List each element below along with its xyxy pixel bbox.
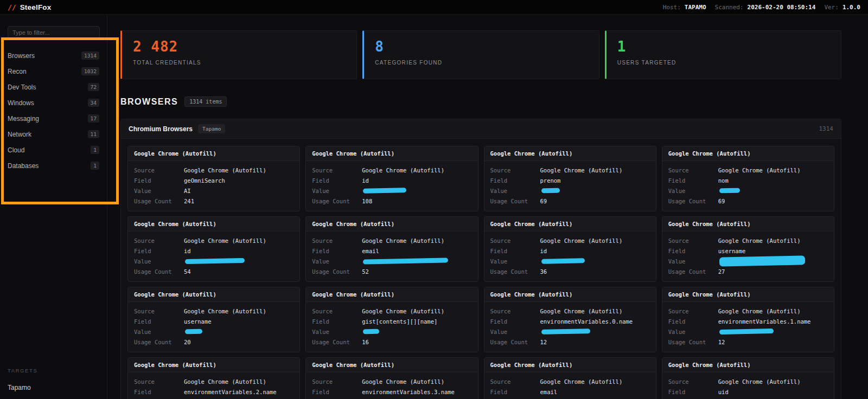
sidebar-item-count-badge: 72	[88, 83, 99, 91]
credential-card[interactable]: Google Chrome (Autofill) Source Google C…	[127, 216, 300, 282]
value-label: Value	[490, 188, 540, 194]
source-label: Source	[490, 308, 540, 314]
usage-row: Usage Count 12	[490, 337, 650, 347]
meta-value: 2026-02-20 08:50:14	[748, 4, 816, 11]
group-count: 1314	[819, 125, 834, 132]
source-row: Source Google Chrome (Autofill)	[312, 235, 471, 246]
source-value: Google Chrome (Autofill)	[540, 237, 623, 244]
credential-card[interactable]: Google Chrome (Autofill) Source Google C…	[662, 287, 834, 352]
field-value: id	[362, 177, 369, 184]
group-header[interactable]: Chromium Browsers Tapamo 1314	[121, 119, 841, 139]
value-row: Value	[490, 185, 650, 196]
credential-card[interactable]: Google Chrome (Autofill) Source Google C…	[305, 146, 478, 211]
value-row: Value	[668, 326, 828, 337]
usage-row: Usage Count 69	[668, 196, 828, 206]
stat-card: 2 482 TOTAL CREDENTIALS	[120, 30, 357, 79]
field-row: Field environmentVariables.2.name	[134, 387, 293, 397]
usage-row: Usage Count 16	[312, 337, 471, 347]
credential-card-title: Google Chrome (Autofill)	[484, 146, 656, 161]
redaction-scribble	[541, 258, 584, 264]
credential-card[interactable]: Google Chrome (Autofill) Source Google C…	[305, 357, 478, 399]
usage-label: Usage Count	[490, 268, 540, 275]
field-row: Field id	[312, 175, 471, 185]
sidebar-item-count-badge: 1	[91, 162, 99, 170]
credential-card[interactable]: Google Chrome (Autofill) Source Google C…	[484, 287, 656, 352]
usage-row: Usage Count 52	[312, 266, 471, 276]
credential-card[interactable]: Google Chrome (Autofill) Source Google C…	[662, 357, 834, 399]
field-row: Field email	[490, 387, 650, 397]
source-value: Google Chrome (Autofill)	[362, 237, 444, 244]
credential-card[interactable]: Google Chrome (Autofill) Source Google C…	[127, 146, 300, 211]
target-item[interactable]: Tapamo	[8, 381, 99, 395]
sidebar-item[interactable]: Databases 1	[0, 158, 107, 173]
credential-card-title: Google Chrome (Autofill)	[128, 358, 299, 372]
credential-card-title: Google Chrome (Autofill)	[128, 287, 299, 302]
meta-value: 1.0.0	[843, 4, 860, 11]
usage-label: Usage Count	[134, 198, 184, 204]
sidebar-item[interactable]: Cloud 1	[0, 142, 107, 158]
main-content: 2 482 TOTAL CREDENTIALS 8 CATEGORIES FOU…	[107, 15, 868, 399]
source-row: Source Google Chrome (Autofill)	[134, 235, 293, 246]
field-value: email	[362, 248, 379, 254]
credential-card[interactable]: Google Chrome (Autofill) Source Google C…	[305, 216, 478, 282]
source-label: Source	[134, 378, 184, 385]
credential-card[interactable]: Google Chrome (Autofill) Source Google C…	[484, 357, 656, 399]
redaction-scribble	[719, 329, 774, 334]
field-row: Field email	[312, 246, 471, 256]
usage-row: Usage Count 36	[490, 266, 650, 276]
usage-label: Usage Count	[490, 339, 540, 345]
source-value: Google Chrome (Autofill)	[540, 167, 623, 173]
value-label: Value	[668, 329, 718, 335]
source-label: Source	[490, 237, 540, 244]
source-value: Google Chrome (Autofill)	[718, 378, 801, 385]
sidebar-item[interactable]: Windows 34	[0, 95, 107, 111]
items-count-badge: 1314 items	[184, 96, 227, 107]
source-value: Google Chrome (Autofill)	[184, 378, 266, 385]
field-row: Field gist[contents][][name]	[312, 316, 471, 326]
credential-card[interactable]: Google Chrome (Autofill) Source Google C…	[484, 216, 656, 282]
field-value: id	[184, 248, 191, 254]
credential-card[interactable]: Google Chrome (Autofill) Source Google C…	[305, 287, 478, 352]
usage-label: Usage Count	[490, 198, 540, 204]
usage-value: 54	[184, 268, 191, 275]
sidebar-item[interactable]: Messaging 17	[0, 111, 107, 126]
value-row: Value	[312, 185, 471, 196]
sidebar-item[interactable]: Browsers 1314	[0, 48, 107, 63]
field-value: nom	[718, 177, 729, 184]
redaction-scribble	[363, 188, 406, 194]
credential-card[interactable]: Google Chrome (Autofill) Source Google C…	[127, 287, 300, 352]
usage-label: Usage Count	[312, 339, 362, 345]
page-title: BROWSERS	[120, 97, 178, 107]
sidebar-item-count-badge: 11	[88, 130, 99, 138]
field-label: Field	[490, 389, 540, 395]
filter-input[interactable]	[8, 26, 100, 38]
value-label: Value	[312, 258, 362, 265]
field-label: Field	[312, 177, 362, 184]
source-label: Source	[490, 167, 540, 173]
value-row: Value	[312, 326, 471, 337]
source-row: Source Google Chrome (Autofill)	[134, 306, 293, 316]
redaction-scribble	[363, 258, 448, 264]
value-row: Value	[134, 256, 293, 266]
topbar-meta: Host:TAPAMO Scanned:2026-02-20 08:50:14 …	[654, 4, 860, 11]
field-label: Field	[134, 318, 184, 325]
credential-card[interactable]: Google Chrome (Autofill) Source Google C…	[127, 357, 300, 399]
field-row: Field environmentVariables.1.name	[668, 316, 828, 326]
credential-card-title: Google Chrome (Autofill)	[662, 358, 834, 372]
credential-card[interactable]: Google Chrome (Autofill) Source Google C…	[484, 146, 656, 211]
credential-card[interactable]: Google Chrome (Autofill) Source Google C…	[662, 146, 834, 211]
credential-cards-grid: Google Chrome (Autofill) Source Google C…	[121, 139, 841, 399]
value-label: Value	[134, 188, 184, 194]
field-row: Field id	[490, 246, 650, 256]
sidebar-item[interactable]: Network 11	[0, 126, 107, 142]
source-label: Source	[668, 167, 718, 173]
source-value: Google Chrome (Autofill)	[184, 237, 266, 244]
stat-card: 1 USERS TARGETED	[605, 30, 841, 79]
redaction-scribble	[541, 329, 590, 334]
sidebar-item[interactable]: Recon 1032	[0, 63, 107, 79]
field-label: Field	[312, 318, 362, 325]
usage-value: 69	[540, 198, 547, 204]
usage-label: Usage Count	[668, 339, 718, 345]
sidebar-item[interactable]: Dev Tools 72	[0, 79, 107, 95]
credential-card[interactable]: Google Chrome (Autofill) Source Google C…	[662, 216, 834, 282]
